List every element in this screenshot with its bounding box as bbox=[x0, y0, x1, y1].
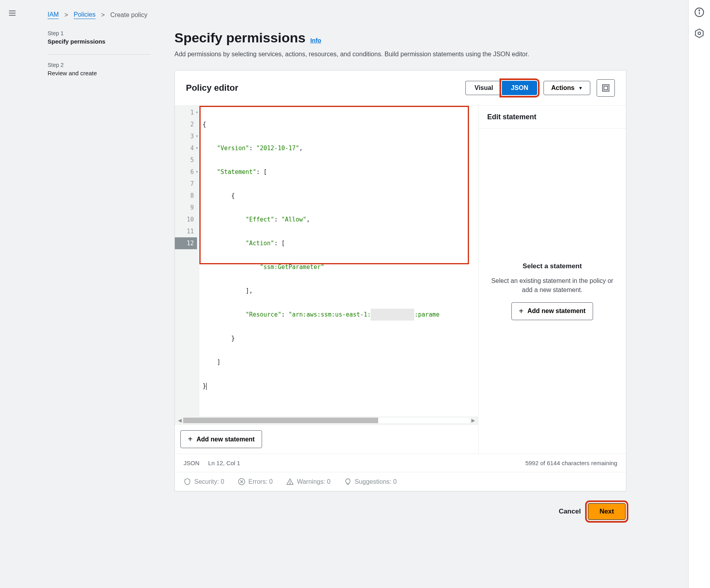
step-1[interactable]: Step 1 Specify permissions bbox=[48, 30, 151, 52]
editor-title: Policy editor bbox=[186, 83, 465, 93]
horizontal-scrollbar[interactable]: ◀ ▶ bbox=[175, 416, 478, 424]
settings-hex-icon[interactable] bbox=[694, 28, 704, 40]
editor-status-bar: JSON Ln 12, Col 1 5992 of 6144 character… bbox=[175, 454, 626, 472]
add-statement-label: Add new statement bbox=[197, 436, 255, 443]
code-content[interactable]: { "Version": "2012-10-17", "Statement": … bbox=[199, 106, 478, 416]
errors-count[interactable]: Errors: 0 bbox=[238, 478, 273, 485]
validator-bar: Security: 0 Errors: 0 Warnings: 0 Sugges… bbox=[175, 472, 626, 491]
step-2-title: Review and create bbox=[48, 70, 151, 76]
scroll-left-icon[interactable]: ◀ bbox=[178, 418, 182, 423]
editor-mode-label: JSON bbox=[184, 460, 199, 466]
breadcrumb-current: Create policy bbox=[110, 11, 147, 19]
step-1-label: Step 1 bbox=[48, 30, 151, 36]
json-tab[interactable]: JSON bbox=[502, 81, 538, 95]
chevron-right-icon: > bbox=[64, 11, 68, 19]
svg-rect-8 bbox=[603, 85, 609, 92]
right-help-rail bbox=[688, 0, 710, 588]
code-editor[interactable]: 1 2 3 4 5 6 7 8 9 10 11 bbox=[175, 106, 478, 454]
svg-point-14 bbox=[290, 483, 291, 484]
scroll-right-icon[interactable]: ▶ bbox=[471, 418, 475, 423]
redacted-account-id: xxxxxxxxx bbox=[371, 309, 414, 321]
chevron-down-icon: ▼ bbox=[578, 86, 583, 90]
wizard-steps: Step 1 Specify permissions Step 2 Review… bbox=[48, 30, 151, 524]
step-divider bbox=[48, 54, 151, 55]
next-button[interactable]: Next bbox=[588, 503, 626, 520]
step-1-title: Specify permissions bbox=[48, 38, 151, 45]
visual-tab[interactable]: Visual bbox=[465, 81, 502, 95]
info-link[interactable]: Info bbox=[310, 37, 322, 44]
fullscreen-button[interactable] bbox=[597, 79, 615, 97]
select-statement-desc: Select an existing statement in the poli… bbox=[490, 277, 615, 294]
security-findings[interactable]: Security: 0 bbox=[184, 478, 224, 485]
chars-remaining: 5992 of 6144 characters remaining bbox=[525, 460, 617, 466]
hamburger-menu-icon[interactable] bbox=[8, 9, 17, 19]
side-add-statement-button[interactable]: + Add new statement bbox=[511, 302, 593, 320]
side-panel-header: Edit statement bbox=[478, 106, 626, 129]
actions-label: Actions bbox=[551, 84, 574, 92]
add-new-statement-button[interactable]: + Add new statement bbox=[180, 430, 262, 448]
svg-marker-6 bbox=[695, 29, 703, 38]
plus-icon: + bbox=[519, 307, 524, 316]
suggestions-count[interactable]: Suggestions: 0 bbox=[344, 478, 397, 485]
breadcrumb: IAM > Policies > Create policy bbox=[48, 11, 668, 19]
side-add-statement-label: Add new statement bbox=[528, 307, 586, 315]
warnings-count[interactable]: Warnings: 0 bbox=[286, 478, 331, 485]
breadcrumb-iam[interactable]: IAM bbox=[48, 11, 59, 19]
breadcrumb-policies[interactable]: Policies bbox=[74, 11, 96, 19]
svg-rect-9 bbox=[604, 86, 607, 90]
actions-dropdown[interactable]: Actions ▼ bbox=[544, 81, 590, 95]
info-icon[interactable] bbox=[694, 7, 704, 19]
step-2[interactable]: Step 2 Review and create bbox=[48, 62, 151, 84]
svg-point-7 bbox=[698, 32, 701, 35]
page-description: Add permissions by selecting services, a… bbox=[174, 50, 626, 59]
line-gutter: 1 2 3 4 5 6 7 8 9 10 11 bbox=[175, 106, 199, 416]
cancel-button[interactable]: Cancel bbox=[559, 508, 581, 515]
svg-point-5 bbox=[699, 10, 700, 11]
cursor-position: Ln 12, Col 1 bbox=[208, 460, 240, 466]
select-statement-title: Select a statement bbox=[522, 262, 582, 270]
edit-statement-panel: Edit statement Select a statement Select… bbox=[478, 106, 626, 454]
chevron-right-icon: > bbox=[101, 11, 105, 19]
step-2-label: Step 2 bbox=[48, 62, 151, 68]
page-title: Specify permissions bbox=[174, 30, 306, 46]
editor-mode-toggle: Visual JSON bbox=[465, 81, 537, 95]
policy-editor-card: Policy editor Visual JSON Actions ▼ bbox=[174, 70, 626, 491]
plus-icon: + bbox=[188, 435, 193, 444]
